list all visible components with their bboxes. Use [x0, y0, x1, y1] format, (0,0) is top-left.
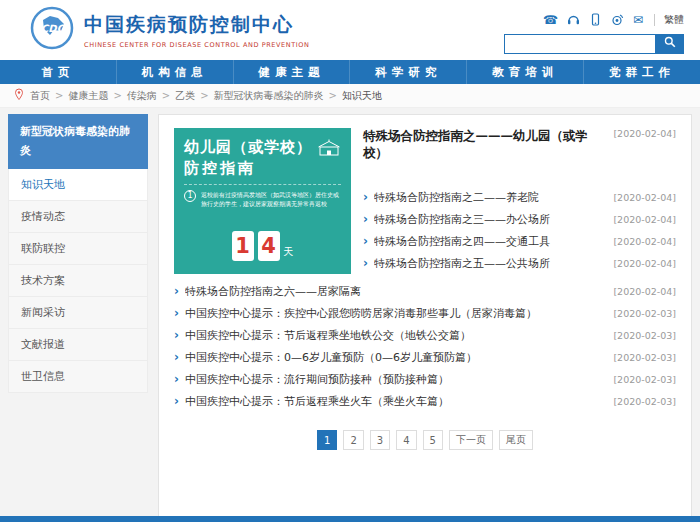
page-button[interactable]: 1 [317, 430, 337, 450]
breadcrumb-item[interactable]: 首页 [30, 89, 50, 103]
arrow-icon [174, 351, 179, 363]
article-link[interactable]: 特殊场合防控指南之六——居家隔离 [185, 284, 613, 299]
nav-item[interactable]: 科学研究 [350, 60, 467, 84]
phone-icon[interactable]: ☎ [543, 14, 558, 26]
mobile-icon[interactable] [589, 13, 602, 26]
sidebar-section-title[interactable]: 新型冠状病毒感染的肺炎 [8, 114, 148, 169]
nav-item[interactable]: 党群工作 [584, 60, 700, 84]
article-date: [2020-02-03] [613, 396, 676, 407]
article-date: [2020-02-04] [613, 236, 676, 247]
search-button[interactable] [656, 34, 684, 54]
page-button[interactable]: 4 [396, 430, 416, 450]
divider [184, 184, 341, 185]
site-header: CDC 中国疾病预防控制中心 CHINESE CENTER FOR DISEAS… [0, 0, 700, 60]
sidebar-item[interactable]: 联防联控 [8, 233, 148, 265]
page: CDC 中国疾病预防控制中心 CHINESE CENTER FOR DISEAS… [0, 0, 700, 522]
lang-toggle[interactable]: 繁體 [664, 13, 684, 27]
search-input[interactable] [504, 34, 656, 54]
nav-item[interactable]: 教育培训 [467, 60, 584, 84]
footer-bar [0, 516, 700, 522]
divider [654, 14, 655, 26]
arrow-icon [174, 373, 179, 385]
article-row: 中国疾控中心提示：节后返程乘坐地铁公交（地铁公交篇） [2020-02-03] [174, 324, 676, 346]
cdc-logo: CDC [30, 6, 74, 54]
arrow-icon [174, 285, 179, 297]
article-row: 特殊场合防控指南之二——养老院 [2020-02-04] [363, 186, 676, 208]
article-link[interactable]: 中国疾控中心提示：节后返程乘坐火车（乘坐火车篇） [185, 394, 613, 409]
featured-article: 特殊场合防控指南之———幼儿园（或学校） [2020-02-04] [363, 128, 676, 162]
article-date: [2020-02-04] [613, 214, 676, 225]
sidebar-item[interactable]: 技术方案 [8, 265, 148, 297]
nav-item[interactable]: 健康主题 [234, 60, 351, 84]
email-icon[interactable]: ✉ [633, 14, 643, 26]
promo-title-line2: 防控指南 [184, 159, 341, 178]
sidebar-item[interactable]: 世卫信息 [8, 361, 148, 393]
circle-one-icon: 1 [184, 190, 196, 202]
pagination: 1 2 3 4 5 下一页 尾页 [174, 430, 676, 450]
article-list-top: 特殊场合防控指南之二——养老院 [2020-02-04] 特殊场合防控指南之三—… [363, 186, 676, 274]
day-unit: 天 [284, 245, 294, 259]
article-link[interactable]: 中国疾控中心提示：节后返程乘坐地铁公交（地铁公交篇） [185, 328, 613, 343]
page-button[interactable]: 5 [423, 430, 443, 450]
headset-icon[interactable] [567, 13, 580, 26]
breadcrumb-item[interactable]: 传染病 [108, 89, 156, 103]
page-button[interactable]: 2 [343, 430, 363, 450]
search-bar [504, 34, 684, 54]
page-button[interactable]: 下一页 [449, 430, 493, 450]
sidebar-item[interactable]: 疫情动态 [8, 201, 148, 233]
header-utilities: ☎ ✉ 繁體 [504, 7, 684, 54]
quick-links: ☎ ✉ 繁體 [543, 13, 684, 27]
article-date: [2020-02-03] [613, 352, 676, 363]
featured-article-title[interactable]: 特殊场合防控指南之———幼儿园（或学校） [363, 128, 603, 162]
article-link[interactable]: 特殊场合防控指南之三——办公场所 [374, 212, 613, 227]
content-panel: 幼儿园（或学校） 防控指南 1 返校前有过疫情高发地区（如武汉等地区）居住史或旅… [158, 114, 692, 518]
article-link[interactable]: 中国疾控中心提示：流行期间预防接种（预防接种篇） [185, 372, 613, 387]
arrow-icon [363, 235, 368, 247]
search-icon [664, 36, 676, 51]
brand-home-link[interactable]: CDC 中国疾病预防控制中心 CHINESE CENTER FOR DISEAS… [30, 6, 310, 54]
article-row: 特殊场合防控指南之六——居家隔离 [2020-02-04] [174, 280, 676, 302]
arrow-icon [174, 395, 179, 407]
sidebar-item[interactable]: 知识天地 [8, 169, 148, 201]
article-link[interactable]: 特殊场合防控指南之四——交通工具 [374, 234, 613, 249]
article-row: 中国疾控中心提示：疾控中心跟您唠唠居家消毒那些事儿（居家消毒篇） [2020-0… [174, 302, 676, 324]
main-area: 新型冠状病毒感染的肺炎 知识天地 疫情动态 联防联控 技术方案 新闻采访 文献报… [0, 108, 700, 522]
article-row: 中国疾控中心提示：流行期间预防接种（预防接种篇） [2020-02-03] [174, 368, 676, 390]
weibo-icon[interactable] [611, 13, 624, 26]
sidebar-item[interactable]: 文献报道 [8, 329, 148, 361]
article-date: [2020-02-04] [613, 258, 676, 269]
breadcrumb-item[interactable]: 知识天地 [324, 89, 382, 103]
sidebar: 新型冠状病毒感染的肺炎 知识天地 疫情动态 联防联控 技术方案 新闻采访 文献报… [8, 114, 148, 393]
svg-text:CDC: CDC [41, 23, 66, 34]
article-row: 中国疾控中心提示：0—6岁儿童预防（0—6岁儿童预防篇） [2020-02-03… [174, 346, 676, 368]
nav-item[interactable]: 机构信息 [117, 60, 234, 84]
article-row: 特殊场合防控指南之四——交通工具 [2020-02-04] [363, 230, 676, 252]
day-digit: 4 [258, 231, 280, 261]
nav-item[interactable]: 首页 [0, 60, 117, 84]
featured-section: 幼儿园（或学校） 防控指南 1 返校前有过疫情高发地区（如武汉等地区）居住史或旅… [174, 128, 676, 274]
arrow-icon [363, 257, 368, 269]
arrow-icon [174, 307, 179, 319]
article-date: [2020-02-03] [613, 330, 676, 341]
page-button[interactable]: 3 [370, 430, 390, 450]
article-list-bottom: 特殊场合防控指南之六——居家隔离 [2020-02-04] 中国疾控中心提示：疾… [174, 280, 676, 412]
arrow-icon [174, 329, 179, 341]
article-link[interactable]: 特殊场合防控指南之二——养老院 [374, 190, 613, 205]
promo-days: 1 4 天 [184, 231, 341, 261]
breadcrumb-item[interactable]: 健康主题 [50, 89, 108, 103]
article-row: 特殊场合防控指南之三——办公场所 [2020-02-04] [363, 208, 676, 230]
arrow-icon [363, 191, 368, 203]
breadcrumb-item[interactable]: 新型冠状病毒感染的肺炎 [195, 89, 323, 103]
article-link[interactable]: 中国疾控中心提示：疾控中心跟您唠唠居家消毒那些事儿（居家消毒篇） [185, 306, 613, 321]
promo-note: 1 返校前有过疫情高发地区（如武汉等地区）居住史或旅行史的学生，建议居家观察期满… [184, 190, 341, 209]
article-date: [2020-02-03] [613, 308, 676, 319]
breadcrumb-item[interactable]: 乙类 [157, 89, 195, 103]
article-link[interactable]: 特殊场合防控指南之五——公共场所 [374, 256, 613, 271]
school-building-icon [317, 139, 341, 160]
promo-banner[interactable]: 幼儿园（或学校） 防控指南 1 返校前有过疫情高发地区（如武汉等地区）居住史或旅… [174, 128, 351, 274]
day-digit: 1 [232, 231, 254, 261]
page-button[interactable]: 尾页 [499, 430, 533, 450]
sidebar-item[interactable]: 新闻采访 [8, 297, 148, 329]
breadcrumb: 首页健康主题传染病乙类新型冠状病毒感染的肺炎知识天地 [0, 84, 700, 108]
article-link[interactable]: 中国疾控中心提示：0—6岁儿童预防（0—6岁儿童预防篇） [185, 350, 613, 365]
